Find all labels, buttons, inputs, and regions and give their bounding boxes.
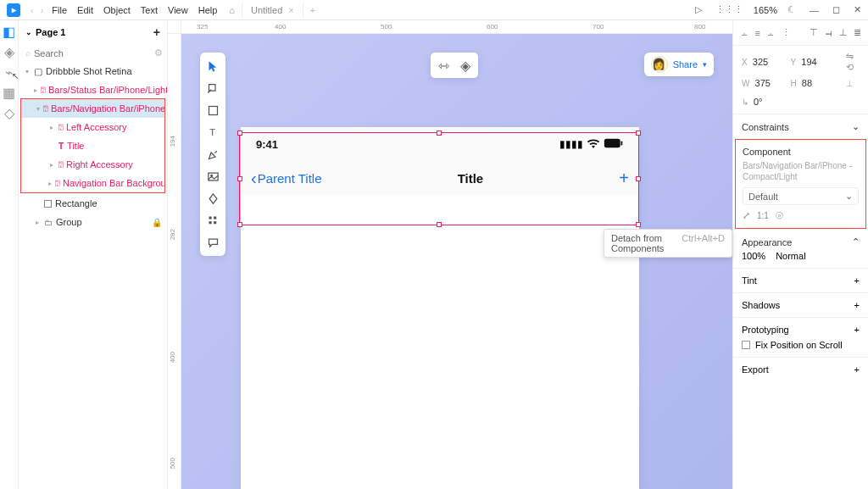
layers-tab-icon[interactable]: ◧ [3,25,15,37]
align-right-icon[interactable]: ⫠ [766,28,776,38]
blend-mode[interactable]: Normal [776,251,805,261]
h-value[interactable]: 88 [802,78,812,88]
layer-frame-label: Dribbble Shot Retina [46,66,132,76]
add-shadow-icon[interactable]: + [854,300,860,310]
lock-ratio-icon[interactable]: ⟂ [839,78,860,88]
sym-tab-icon[interactable]: ◇ [3,107,15,119]
tool-grid[interactable] [203,210,223,231]
tint-header[interactable]: Tint [742,275,757,286]
component-path: Bars/Navigation Bar/iPhone - Compact/Lig… [743,160,859,182]
layer-group-label: Group [56,217,82,227]
avatar[interactable] [651,56,668,73]
layer-frame[interactable]: ▾▢ Dribbble Shot Retina [19,62,167,81]
fix-scroll-label: Fix Position on Scroll [755,340,843,350]
chevron-up-icon[interactable]: ⌃ [852,236,860,247]
menu-text[interactable]: Text [136,5,163,15]
align-top-icon[interactable]: ⊤ [810,27,818,38]
components-tab-icon[interactable]: ◈ [3,46,15,58]
add-export-icon[interactable]: + [854,364,860,375]
y-value[interactable]: 194 [801,57,816,67]
zoom-level[interactable]: 165% [750,5,781,15]
tool-rect[interactable] [203,100,223,120]
svg-text:T: T [209,127,215,137]
tool-component[interactable] [203,188,223,208]
menu-edit[interactable]: Edit [72,5,98,15]
chevron-down-icon: ⌄ [845,191,853,202]
play-icon[interactable]: ▷ [688,4,709,15]
layer-rectangle[interactable]: Rectangle [19,194,167,213]
align-vcenter-icon[interactable]: ⫤ [824,28,833,38]
tool-text[interactable]: T [203,122,223,142]
w-value[interactable]: 375 [755,78,771,88]
variant-select[interactable]: Default⌄ [743,187,859,205]
svg-rect-4 [209,216,211,219]
layer-group[interactable]: ▸🗀 Group🔒 [19,213,167,231]
menu-object[interactable]: Object [98,5,136,15]
shortcuts-tab-icon[interactable]: ⌁ [3,66,15,78]
layer-status-bar[interactable]: ▸⍰ Bars/Status Bar/iPhone/Light [19,81,167,99]
add-proto-icon[interactable]: + [854,325,860,335]
distribute-h-icon[interactable]: ⋮ [782,27,791,38]
grid-icon[interactable]: ⋮⋮⋮ [709,4,750,15]
layer-rectangle-label: Rectangle [55,198,97,208]
filter-icon[interactable]: ⚙ [154,47,163,58]
window-max-icon[interactable]: ◻ [826,4,847,15]
align-vert-icon[interactable]: ◈ [456,56,475,75]
export-header[interactable]: Export [742,364,769,375]
page-name[interactable]: Page 1 [36,27,65,37]
tool-comment[interactable] [203,232,223,253]
canvas[interactable]: T ⇿ ◈ Share ▾ 9:41 ▮▮▮▮ [181,34,732,489]
window-close-icon[interactable]: ✕ [847,4,868,15]
layer-left-acc[interactable]: ▸⍰ Left Accessory [21,118,164,136]
tool-select[interactable] [203,56,223,76]
search-input[interactable] [34,48,151,58]
doc-tab[interactable]: Untitled × [242,5,303,15]
layer-title[interactable]: T Title [21,136,164,155]
menu-file[interactable]: File [47,5,72,15]
menu-view[interactable]: View [163,5,193,15]
distribute-v-icon[interactable]: ≣ [854,27,861,38]
moon-icon[interactable]: ☾ [781,4,803,15]
share-chevron-icon[interactable]: ▾ [703,60,707,69]
tool-pen[interactable] [203,144,223,164]
constraints-header[interactable]: Constraints [742,122,789,132]
tab-add-icon[interactable]: + [303,5,322,15]
nav-fwd-icon: › [37,5,47,15]
x-value[interactable]: 325 [753,57,768,67]
tool-frame[interactable] [203,78,223,98]
app-logo[interactable]: ▸ [7,3,20,17]
ruler-horizontal: 325 400 500 600 700 800 [181,20,732,34]
chevron-down-icon[interactable]: ⌄ [852,121,860,132]
prototyping-header[interactable]: Prototyping [742,325,789,335]
tool-image[interactable] [203,166,223,186]
svg-rect-6 [214,216,216,219]
scale-ratio[interactable]: 1:1 [757,211,769,220]
swap-xy-icon[interactable]: ⇋⟲ [839,51,860,73]
opacity-value[interactable]: 100% [742,251,765,261]
page-chevron-icon[interactable]: ⌄ [25,28,32,36]
menu-help[interactable]: Help [193,5,223,15]
align-left-icon[interactable]: ⫠ [740,28,749,38]
rot-value[interactable]: 0° [754,97,763,107]
tooltip-shortcut: Ctrl+Alt+D [682,233,725,253]
align-bottom-icon[interactable]: ⊥ [839,27,848,38]
share-button[interactable]: Share [673,59,698,69]
styles-tab-icon[interactable]: ▦ [3,86,15,98]
tab-close-icon[interactable]: × [288,5,293,15]
add-tint-icon[interactable]: + [854,275,860,286]
layer-right-acc[interactable]: ▸⍰ Right Accessory [21,155,164,174]
lock-icon[interactable]: 🔒 [152,218,162,227]
align-horiz-icon[interactable]: ⇿ [434,56,453,75]
page-add-icon[interactable]: + [153,25,160,39]
align-hcenter-icon[interactable]: ≡ [755,28,760,38]
window-min-icon[interactable]: — [803,5,826,15]
home-icon[interactable]: ⌂ [222,5,242,15]
layer-nav-bar[interactable]: ▾⍰ Bars/Navigation Bar/iPhone - ... [21,99,164,118]
detach-component-icon[interactable]: ⤢ [743,210,750,221]
search-icon: ⌕ [25,48,31,58]
shadows-header[interactable]: Shadows [742,300,780,310]
layer-nav-bg[interactable]: ▸⍰ Navigation Bar Background [21,174,164,192]
go-to-main-icon[interactable]: ⦾ [776,210,783,221]
appearance-header[interactable]: Appearance [742,237,792,247]
fix-scroll-checkbox[interactable] [742,341,750,349]
